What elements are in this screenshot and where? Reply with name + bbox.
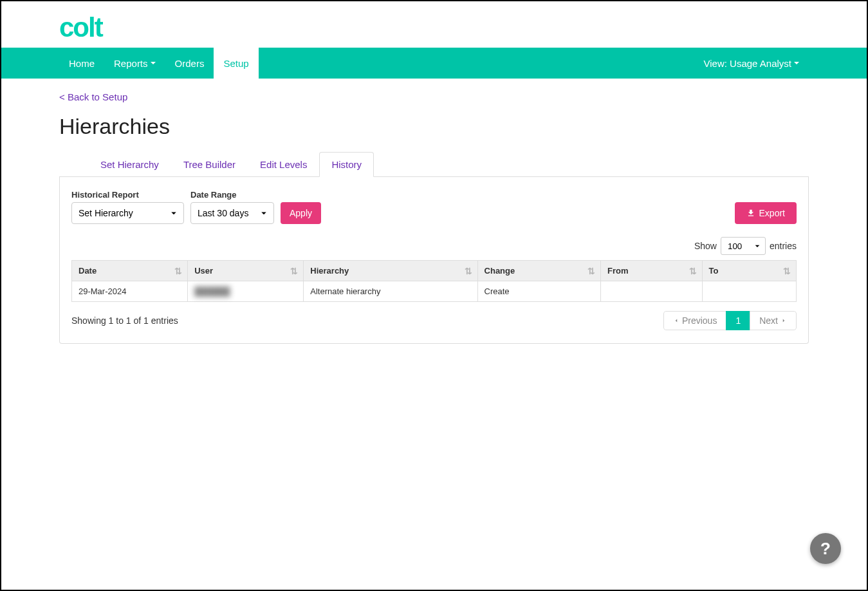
tab-set-hierarchy[interactable]: Set Hierarchy <box>88 152 171 177</box>
previous-button[interactable]: Previous <box>663 311 726 330</box>
chevron-left-icon <box>673 317 679 324</box>
sort-icon: ⇅ <box>689 266 697 276</box>
tab-tree-builder[interactable]: Tree Builder <box>171 152 248 177</box>
nav-home[interactable]: Home <box>59 48 104 79</box>
sort-icon: ⇅ <box>174 266 182 276</box>
table-info: Showing 1 to 1 of 1 entries <box>71 315 178 326</box>
chevron-down-icon <box>151 62 156 64</box>
download-icon <box>746 209 755 218</box>
nav-reports[interactable]: Reports <box>104 48 165 79</box>
tab-edit-levels[interactable]: Edit Levels <box>248 152 319 177</box>
date-range-select[interactable]: Last 30 days <box>190 202 274 224</box>
apply-button[interactable]: Apply <box>281 202 321 224</box>
page-1-button[interactable]: 1 <box>726 311 750 330</box>
chevron-down-icon <box>794 62 799 64</box>
cell-hierarchy: Alternate hierarchy <box>304 281 477 302</box>
history-panel: Historical Report Set Hierarchy Date Ran… <box>59 177 809 344</box>
col-hierarchy[interactable]: Hierarchy⇅ <box>304 261 477 281</box>
cell-change: Create <box>477 281 600 302</box>
sort-icon: ⇅ <box>783 266 791 276</box>
back-to-setup-link[interactable]: < Back to Setup <box>59 91 127 102</box>
col-date[interactable]: Date⇅ <box>72 261 188 281</box>
export-button[interactable]: Export <box>735 202 797 224</box>
pagination: Previous 1 Next <box>663 311 797 330</box>
nav-setup[interactable]: Setup <box>214 48 258 79</box>
sort-icon: ⇅ <box>290 266 298 276</box>
cell-date: 29-Mar-2024 <box>72 281 188 302</box>
help-button[interactable]: ? <box>810 533 841 564</box>
sort-icon: ⇅ <box>587 266 595 276</box>
historical-report-select[interactable]: Set Hierarchy <box>71 202 184 224</box>
logo: colt <box>59 14 867 41</box>
nav-view-label: View: Usage Analyst <box>704 58 791 69</box>
cell-to <box>702 281 796 302</box>
tab-history[interactable]: History <box>319 152 374 177</box>
show-label: Show <box>694 241 717 251</box>
entries-label: entries <box>770 241 797 251</box>
navbar: Home Reports Orders Setup View: Usage An… <box>1 48 867 79</box>
cell-from <box>600 281 702 302</box>
date-range-label: Date Range <box>190 190 274 200</box>
tabs: Set Hierarchy Tree Builder Edit Levels H… <box>59 152 809 177</box>
col-user[interactable]: User⇅ <box>188 261 304 281</box>
history-table: Date⇅ User⇅ Hierarchy⇅ Change⇅ From⇅ To⇅… <box>71 260 797 302</box>
sort-icon: ⇅ <box>465 266 472 276</box>
cell-user: ██████ <box>188 281 304 302</box>
table-row: 29-Mar-2024 ██████ Alternate hierarchy C… <box>72 281 797 302</box>
show-entries-select[interactable]: 100 <box>721 237 766 255</box>
nav-view-selector[interactable]: View: Usage Analyst <box>694 48 809 79</box>
nav-orders[interactable]: Orders <box>165 48 214 79</box>
export-button-label: Export <box>759 208 785 218</box>
nav-reports-label: Reports <box>114 58 148 69</box>
next-button[interactable]: Next <box>750 311 797 330</box>
page-title: Hierarchies <box>59 114 809 139</box>
col-to[interactable]: To⇅ <box>702 261 796 281</box>
chevron-right-icon <box>780 317 787 324</box>
col-change[interactable]: Change⇅ <box>477 261 600 281</box>
col-from[interactable]: From⇅ <box>600 261 702 281</box>
historical-report-label: Historical Report <box>71 190 184 200</box>
